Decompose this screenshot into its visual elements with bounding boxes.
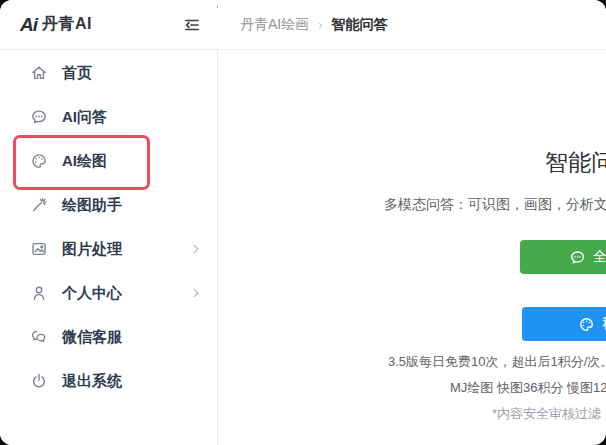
sidebar-item-logout[interactable]: 退出系统 xyxy=(0,359,217,403)
collapse-sidebar-icon xyxy=(183,16,201,34)
logo-text: 丹青AI xyxy=(42,14,92,35)
page-title: 智能问答 xyxy=(545,147,606,178)
chevron-right-icon xyxy=(189,242,203,256)
user-icon xyxy=(30,284,48,302)
draw-action-button[interactable]: 秒 xyxy=(522,307,606,341)
pricing-note-1: 3.5版每日免费10次，超出后1积分/次。4 xyxy=(388,353,606,371)
breadcrumb-root[interactable]: 丹青AI绘画 xyxy=(240,16,309,34)
sidebar-item-wechat-support[interactable]: 微信客服 xyxy=(0,315,217,359)
sidebar-item-home[interactable]: 首页 xyxy=(0,51,217,95)
sidebar-header: Ai 丹青AI xyxy=(0,0,218,50)
breadcrumb-current: 智能问答 xyxy=(332,16,388,34)
pricing-note-2: MJ绘图 快图36积分 慢图12积分 xyxy=(450,379,606,397)
sidebar-item-ai-qa[interactable]: AI问答 xyxy=(0,95,217,139)
sidebar-item-label: 绘图助手 xyxy=(62,196,122,215)
breadcrumb-separator-icon: › xyxy=(318,17,322,32)
sidebar-item-label: 首页 xyxy=(62,64,92,83)
palette-icon xyxy=(578,316,595,333)
breadcrumb: 丹青AI绘画 › 智能问答 xyxy=(240,16,388,34)
content-filter-note: *内容安全审核过滤， xyxy=(492,405,606,423)
app-window: Ai 丹青AI 首页 xyxy=(0,0,606,445)
sidebar-item-label: AI问答 xyxy=(62,108,107,127)
chevron-right-icon xyxy=(189,286,203,300)
home-icon xyxy=(30,64,48,82)
sidebar-item-label: 退出系统 xyxy=(62,372,122,391)
chat-action-label: 全新 xyxy=(593,248,606,266)
logo-mark: Ai xyxy=(20,14,37,36)
palette-icon xyxy=(30,152,48,170)
sidebar: Ai 丹青AI 首页 xyxy=(0,0,218,445)
wechat-icon xyxy=(30,328,48,346)
sidebar-item-label: 个人中心 xyxy=(62,284,122,303)
sidebar-item-label: 微信客服 xyxy=(62,328,122,347)
sidebar-item-image-processing[interactable]: 图片处理 xyxy=(0,227,217,271)
sidebar-item-label: 图片处理 xyxy=(62,240,122,259)
image-icon xyxy=(30,240,48,258)
power-icon xyxy=(30,372,48,390)
draw-action-label: 秒 xyxy=(602,315,606,333)
sidebar-item-label: AI绘图 xyxy=(62,152,107,171)
page-subtitle: 多模态问答：可识图，画图，分析文 xyxy=(384,196,606,214)
chat-dots-icon xyxy=(30,108,48,126)
sidebar-item-ai-draw[interactable]: AI绘图 xyxy=(0,139,217,183)
magic-wand-icon xyxy=(30,196,48,214)
sidebar-item-draw-assistant[interactable]: 绘图助手 xyxy=(0,183,217,227)
sidebar-item-personal-center[interactable]: 个人中心 xyxy=(0,271,217,315)
collapse-sidebar-button[interactable] xyxy=(182,15,202,35)
main-header: 丹青AI绘画 › 智能问答 xyxy=(218,0,606,50)
sidebar-menu: 首页 AI问答 AI绘图 xyxy=(0,50,218,445)
chat-dots-icon xyxy=(569,249,586,266)
chat-action-button[interactable]: 全新 xyxy=(520,240,606,274)
app-logo: Ai 丹青AI xyxy=(20,14,92,36)
